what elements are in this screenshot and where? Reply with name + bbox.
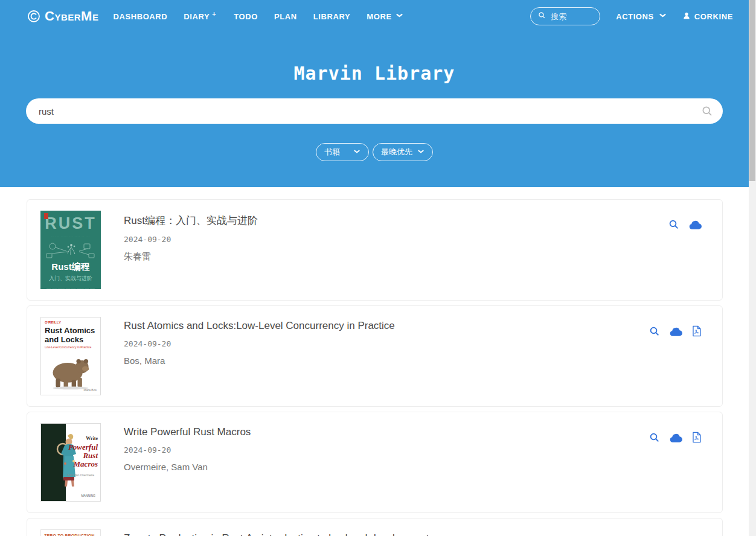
cover-title-line3: Macros	[74, 459, 98, 468]
navbar-search-box[interactable]	[530, 7, 600, 25]
nav-item-todo[interactable]: TODO	[234, 12, 258, 21]
book-info: Rust编程：入门、实战与进阶 2024-09-20 朱春雷	[124, 211, 258, 289]
book-actions	[649, 325, 702, 337]
cloud-download-icon[interactable]	[669, 326, 682, 337]
cover-publisher: O'REILLY	[45, 321, 97, 324]
nav-item-more[interactable]: MORE	[367, 11, 403, 21]
pdf-file-icon[interactable]	[691, 325, 702, 337]
cover-title-line1: Powerful	[68, 442, 98, 451]
search-book-icon[interactable]	[668, 219, 679, 230]
nav-menu: DASHBOARD DIARY+ TODO PLAN LIBRARY MORE	[113, 11, 403, 21]
nav-item-library[interactable]: LIBRARY	[313, 12, 351, 21]
username: CORKINE	[694, 12, 733, 21]
cover-title: ZERO TO PRODUCTION IN RUST	[44, 534, 97, 536]
book-card-3: Write Powerful Rust Macros Sam Van Overm…	[27, 412, 723, 513]
cloud-download-icon[interactable]	[688, 219, 702, 230]
cover-title-line2: Rust	[83, 451, 98, 460]
cover-subtitle: 入门、实战与进阶	[40, 275, 101, 282]
book-card-1: RUST ·· ··· ····· ··· ···· ·· ··· Rust编程…	[27, 199, 723, 301]
cover-author: Mara Bos	[84, 388, 97, 392]
chevron-down-icon	[417, 148, 424, 157]
book-cover-2[interactable]: O'REILLY Rust Atomicsand Locks Low-Level…	[40, 317, 101, 395]
user-menu[interactable]: CORKINE	[682, 11, 733, 22]
search-book-icon[interactable]	[649, 326, 660, 337]
book-title[interactable]: Zero to Production in Rust:An introducti…	[124, 532, 429, 536]
brand-name: CyberMe	[45, 8, 98, 24]
search-icon[interactable]	[701, 105, 713, 120]
book-info: Write Powerful Rust Macros 2024-09-20 Ov…	[124, 423, 251, 502]
actions-dropdown[interactable]: ACTIONS	[616, 11, 667, 21]
nav-item-dashboard[interactable]: DASHBOARD	[113, 12, 167, 21]
book-title[interactable]: Write Powerful Rust Macros	[124, 426, 251, 438]
sort-filter-dropdown[interactable]: 最晚优先	[373, 143, 433, 161]
book-cover-4[interactable]: ZERO TO PRODUCTION IN RUST An introducti…	[40, 529, 101, 536]
book-date: 2024-09-20	[124, 339, 395, 348]
cover-title-line2: and Locks	[45, 335, 83, 344]
navbar-right: ACTIONS CORKINE	[530, 7, 733, 25]
pdf-file-icon[interactable]	[691, 432, 702, 443]
vertical-scrollbar[interactable]	[749, 0, 756, 536]
category-filter-dropdown[interactable]: 书籍	[316, 143, 369, 161]
chevron-down-icon	[396, 11, 403, 21]
library-search-input[interactable]	[26, 98, 723, 124]
book-author: Overmeire, Sam Van	[124, 462, 251, 472]
publisher-logo	[44, 213, 48, 219]
scrollbar-thumb[interactable]	[749, 0, 755, 181]
book-info: Zero to Production in Rust:An introducti…	[124, 529, 429, 536]
book-title[interactable]: Rust Atomics and Locks:Low-Level Concurr…	[124, 320, 395, 332]
book-date: 2024-09-20	[124, 235, 258, 244]
cyberme-logo-icon	[27, 9, 41, 24]
book-actions	[668, 219, 702, 230]
cover-publisher: MANNING	[81, 494, 95, 497]
cover-author: Sam Van Overmeire	[67, 473, 94, 477]
cover-decor: ·· ··· ····· ··· ···· ·· ···	[40, 235, 101, 238]
book-info: Rust Atomics and Locks:Low-Level Concurr…	[124, 317, 395, 395]
cover-big-title: RUST	[40, 214, 101, 233]
book-author: Bos, Mara	[124, 356, 395, 366]
bear-illustration	[45, 353, 97, 392]
library-search-bar	[26, 98, 723, 124]
book-date: 2024-09-20	[124, 445, 251, 455]
chevron-down-icon	[659, 11, 667, 21]
book-title[interactable]: Rust编程：入门、实战与进阶	[124, 214, 258, 228]
user-icon	[682, 11, 691, 22]
page-title: Marvin Library	[0, 63, 749, 84]
cloud-download-icon[interactable]	[669, 432, 682, 443]
cover-diagram	[40, 240, 101, 261]
navbar-search-input[interactable]	[551, 12, 593, 21]
book-cover-3[interactable]: Write Powerful Rust Macros Sam Van Overm…	[40, 423, 101, 502]
cover-subtitle: Low-Level Concurrency in Practice	[45, 345, 97, 349]
book-author: 朱春雷	[124, 251, 258, 263]
nav-item-plan[interactable]: PLAN	[274, 12, 297, 21]
cover-title-small: Write	[68, 435, 98, 443]
page-header: CyberMe DASHBOARD DIARY+ TODO PLAN LIBRA…	[0, 0, 749, 187]
book-card-2: O'REILLY Rust Atomicsand Locks Low-Level…	[27, 305, 723, 407]
search-icon	[538, 11, 546, 22]
book-cover-1[interactable]: RUST ·· ··· ····· ··· ···· ·· ··· Rust编程…	[40, 211, 101, 289]
diary-plus-badge: +	[212, 10, 216, 18]
cover-title-line1: Rust Atomics	[45, 326, 95, 335]
cover-title: Rust编程	[40, 261, 101, 273]
chevron-down-icon	[353, 148, 360, 157]
brand-logo[interactable]: CyberMe	[27, 8, 98, 24]
top-navbar: CyberMe DASHBOARD DIARY+ TODO PLAN LIBRA…	[0, 0, 749, 33]
search-book-icon[interactable]	[649, 432, 660, 443]
book-card-4: ZERO TO PRODUCTION IN RUST An introducti…	[27, 518, 723, 536]
book-actions	[649, 432, 702, 443]
cover-blurb: —— —— ——— —— —— ——— —— —— ——— —— —— ——	[40, 286, 101, 289]
nav-item-diary[interactable]: DIARY+	[184, 12, 217, 21]
filter-row: 书籍 最晚优先	[0, 143, 749, 161]
book-list: RUST ·· ··· ····· ··· ···· ·· ··· Rust编程…	[0, 187, 756, 536]
